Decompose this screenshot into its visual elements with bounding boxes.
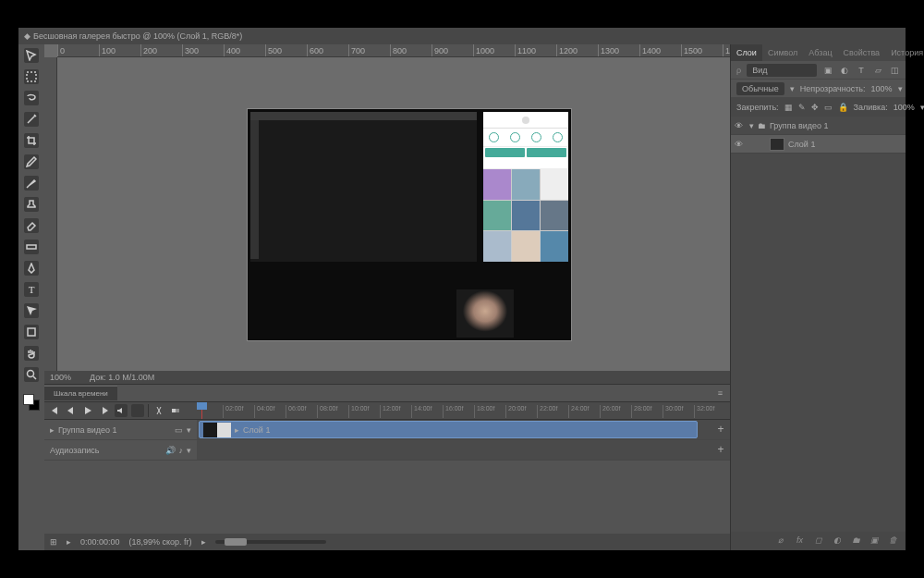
speaker-icon[interactable]: 🔊 xyxy=(165,446,176,455)
timeline-footer: ⊞ ▸ 0:00:00:00 (18,99% скор. fr) ▸ xyxy=(44,534,730,550)
blend-mode-select[interactable]: Обычные xyxy=(736,82,784,95)
adjustment-layer-icon[interactable]: ◐ xyxy=(833,535,845,547)
track-name: Группа видео 1 xyxy=(58,425,117,435)
tab-character[interactable]: Символ xyxy=(762,48,803,57)
filter-type-icon[interactable]: T xyxy=(856,65,867,76)
vertical-ruler xyxy=(44,57,57,371)
layer-style-icon[interactable]: fx xyxy=(796,535,808,547)
fill-value[interactable]: 100% xyxy=(894,103,915,112)
document-title: Бесшовная галерея быстро @ 100% (Слой 1,… xyxy=(33,31,242,41)
color-swatch[interactable] xyxy=(23,394,40,411)
layer-thumbnail xyxy=(770,138,784,151)
title-bar: ◆ Бесшовная галерея быстро @ 100% (Слой … xyxy=(18,28,906,44)
settings-button[interactable] xyxy=(131,404,144,417)
folder-icon: 🖿 xyxy=(758,121,766,130)
svg-point-3 xyxy=(28,371,34,377)
video-track: ▸ Группа видео 1 ▭▾ ▸ Слой 1 + xyxy=(44,420,730,440)
time-ruler[interactable]: 02:00f 04:00f 06:00f 08:00f 10:00f 12:00… xyxy=(197,402,730,419)
eyedropper-tool-icon[interactable] xyxy=(24,154,39,169)
panel-menu-icon[interactable]: ≡ xyxy=(711,388,730,398)
filter-pixel-icon[interactable]: ▣ xyxy=(822,65,833,76)
mute-button[interactable] xyxy=(115,404,128,417)
layer-mask-icon[interactable]: ◻ xyxy=(815,535,826,547)
current-time: 0:00:00:00 xyxy=(80,537,120,547)
filter-shape-icon[interactable]: ▱ xyxy=(872,65,883,76)
filter-smart-icon[interactable]: ◫ xyxy=(889,65,900,76)
zoom-level[interactable]: 100% xyxy=(50,373,71,382)
prev-frame-button[interactable] xyxy=(65,404,78,417)
wand-tool-icon[interactable] xyxy=(24,112,39,127)
document-canvas[interactable] xyxy=(248,109,571,340)
add-media-button[interactable]: + xyxy=(715,424,726,435)
hand-tool-icon[interactable] xyxy=(24,346,39,361)
note-icon[interactable]: ♪ xyxy=(179,446,184,455)
next-frame-button[interactable] xyxy=(98,404,111,417)
timeline-tab[interactable]: Шкала времени xyxy=(44,386,117,400)
play-button[interactable] xyxy=(81,404,94,417)
video-clip[interactable]: ▸ Слой 1 xyxy=(199,421,698,438)
horizontal-ruler: 0100200300400500600700800900100011001200… xyxy=(57,44,730,57)
eraser-tool-icon[interactable] xyxy=(24,218,39,233)
pen-tool-icon[interactable] xyxy=(24,261,39,276)
layer-item[interactable]: 👁 Слой 1 xyxy=(731,135,906,154)
lock-position-icon[interactable]: ✥ xyxy=(811,102,819,113)
transition-button[interactable] xyxy=(169,404,182,417)
move-tool-icon[interactable] xyxy=(24,48,39,63)
crop-tool-icon[interactable] xyxy=(24,133,39,148)
svg-rect-2 xyxy=(28,328,35,336)
zoom-tool-icon[interactable] xyxy=(24,367,39,382)
marquee-tool-icon[interactable] xyxy=(24,69,39,84)
brush-tool-icon[interactable] xyxy=(24,176,39,191)
svg-rect-4 xyxy=(172,409,176,412)
link-layers-icon[interactable]: ⌀ xyxy=(778,535,789,547)
new-layer-icon[interactable]: ▣ xyxy=(870,535,881,547)
opacity-value[interactable]: 100% xyxy=(870,84,892,93)
lock-all-icon[interactable]: 🔒 xyxy=(838,102,848,113)
shape-tool-icon[interactable] xyxy=(24,325,39,339)
layers-panel: Слои Символ Абзац Свойства История Канал… xyxy=(730,44,906,550)
add-audio-button[interactable]: + xyxy=(715,444,726,455)
first-frame-button[interactable] xyxy=(48,404,61,417)
lasso-tool-icon[interactable] xyxy=(24,91,39,105)
layer-group[interactable]: 👁 ▾ 🖿 Группа видео 1 xyxy=(731,117,906,135)
lock-pixels-icon[interactable]: ▦ xyxy=(784,102,793,113)
audio-track: Аудиозапись 🔊♪▾ + xyxy=(44,440,730,461)
chevron-right-icon[interactable]: ▸ xyxy=(50,425,55,435)
stamp-tool-icon[interactable] xyxy=(24,197,39,212)
tab-properties[interactable]: Свойства xyxy=(838,48,886,57)
playhead[interactable] xyxy=(201,402,202,419)
group-icon[interactable]: 🖿 xyxy=(852,535,863,547)
status-bar: 100% Док: 1.0 М/1.00М xyxy=(44,371,730,384)
filter-select[interactable]: Вид xyxy=(747,64,817,77)
type-tool-icon[interactable]: T xyxy=(24,282,39,297)
visibility-icon[interactable]: 👁 xyxy=(735,140,746,149)
svg-rect-0 xyxy=(27,72,36,81)
document-info: Док: 1.0 М/1.00М xyxy=(90,373,154,382)
track-name: Аудиозапись xyxy=(50,446,100,455)
gradient-tool-icon[interactable] xyxy=(24,240,39,254)
svg-rect-1 xyxy=(27,245,36,249)
filmstrip-icon[interactable]: ▭ xyxy=(175,425,183,435)
tool-bar: T xyxy=(18,44,44,550)
lock-artboard-icon[interactable]: ▭ xyxy=(824,102,833,113)
tab-paragraph[interactable]: Абзац xyxy=(803,48,837,57)
canvas-area[interactable]: 0100200300400500600700800900100011001200… xyxy=(44,44,730,371)
timeline-panel: Шкала времени ≡ xyxy=(44,384,730,550)
tab-history[interactable]: История xyxy=(885,48,924,57)
tab-layers[interactable]: Слои xyxy=(731,44,762,61)
zoom-slider[interactable] xyxy=(215,540,326,544)
split-button[interactable] xyxy=(152,404,165,417)
filter-adjust-icon[interactable]: ◐ xyxy=(839,65,850,76)
lock-brush-icon[interactable]: ✎ xyxy=(798,102,806,113)
app-window: ◆ Бесшовная галерея быстро @ 100% (Слой … xyxy=(18,28,906,550)
visibility-icon[interactable]: 👁 xyxy=(735,121,746,130)
svg-rect-5 xyxy=(176,409,179,412)
path-tool-icon[interactable] xyxy=(24,303,39,318)
convert-button[interactable]: ⊞ xyxy=(50,537,57,547)
panel-tabs: Слои Символ Абзац Свойства История Канал… xyxy=(731,44,906,61)
delete-layer-icon[interactable]: 🗑 xyxy=(889,535,900,547)
